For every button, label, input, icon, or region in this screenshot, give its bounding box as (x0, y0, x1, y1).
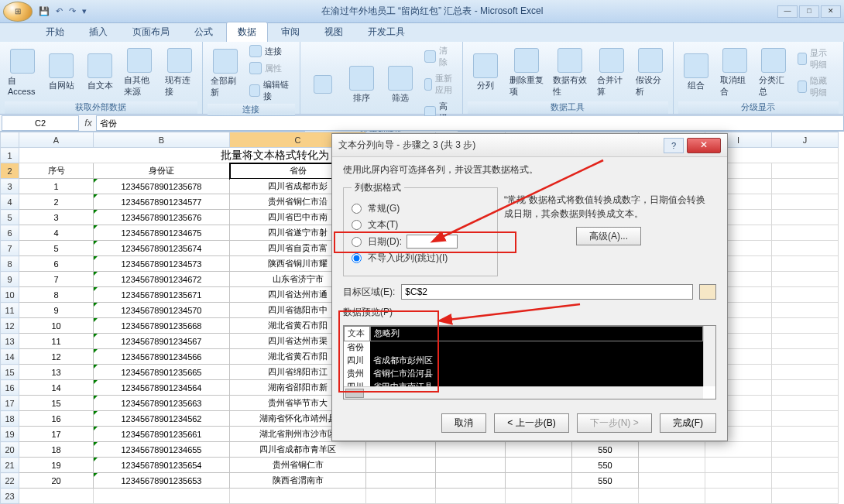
minimize-button[interactable]: — (777, 5, 798, 18)
row-header[interactable]: 13 (1, 334, 19, 349)
cell[interactable]: 12345678901234567 (94, 334, 230, 349)
cell[interactable]: 12 (19, 349, 94, 365)
save-icon[interactable]: 💾 (39, 6, 50, 16)
filter-button[interactable]: 筛选 (383, 64, 418, 105)
radio-skip[interactable]: 不导入此列(跳过)(I) (352, 252, 489, 265)
existing-conn-button[interactable]: 现有连接 (162, 46, 197, 99)
consolidate-button[interactable]: 合并计算 (594, 46, 630, 99)
cell[interactable]: 550 (572, 458, 639, 473)
cell[interactable]: 12345678901234564 (94, 380, 230, 396)
cell[interactable]: 陕西省渭南市 (230, 473, 366, 489)
whatif-button[interactable]: 假设分析 (633, 46, 668, 99)
tab-pagelayout[interactable]: 页面布局 (121, 22, 181, 42)
cell[interactable]: 8 (19, 287, 94, 303)
from-web-button[interactable]: 自网站 (43, 52, 79, 93)
cell[interactable]: 四川省成都市青羊区 (230, 442, 366, 458)
cell[interactable]: 5 (19, 241, 94, 256)
radio-date[interactable]: 日期(D): (352, 235, 489, 249)
tab-view[interactable]: 视图 (313, 22, 355, 42)
cell[interactable]: 13 (19, 365, 94, 380)
row-header[interactable]: 5 (1, 210, 19, 225)
radio-text[interactable]: 文本(T) (352, 218, 489, 231)
cell[interactable] (506, 442, 572, 458)
cell[interactable] (639, 489, 705, 504)
cell[interactable]: 12345678901234655 (94, 442, 230, 458)
undo-icon[interactable]: ↶ (56, 6, 63, 16)
cell[interactable]: 4 (19, 225, 94, 241)
row-header[interactable]: 17 (1, 396, 19, 411)
cell[interactable]: 12345678901235653 (94, 473, 230, 489)
row-header[interactable]: 4 (1, 194, 19, 210)
row-header[interactable]: 11 (1, 303, 19, 318)
cell[interactable] (366, 473, 436, 489)
cell[interactable] (19, 489, 94, 504)
cell[interactable]: 12345678901234675 (94, 225, 230, 241)
cell[interactable]: 10 (19, 318, 94, 334)
dest-input[interactable] (401, 284, 693, 300)
cell[interactable]: 12345678901234577 (94, 194, 230, 210)
cell[interactable]: 3 (19, 210, 94, 225)
cell[interactable]: 12345678901234566 (94, 349, 230, 365)
preview-scrollbar-v[interactable] (703, 326, 715, 386)
row-header[interactable]: 15 (1, 365, 19, 380)
cell[interactable]: 12345678901234570 (94, 303, 230, 318)
next-button[interactable]: 下一步(N) > (577, 413, 652, 433)
cell[interactable]: 18 (19, 442, 94, 458)
pv-hdr-col1[interactable]: 文本 (344, 326, 370, 341)
cell[interactable] (639, 442, 705, 458)
row-header[interactable]: 16 (1, 380, 19, 396)
row-header[interactable]: 12 (1, 318, 19, 334)
cell[interactable] (366, 442, 436, 458)
cell[interactable]: 12345678901235661 (94, 427, 230, 442)
row-header[interactable]: 19 (1, 427, 19, 442)
cancel-button[interactable]: 取消 (441, 413, 486, 433)
text-to-columns-button[interactable]: 分列 (468, 52, 503, 93)
cell[interactable] (436, 489, 506, 504)
cell[interactable]: 6 (19, 256, 94, 272)
tab-review[interactable]: 审阅 (269, 22, 311, 42)
col-header[interactable]: B (94, 132, 230, 148)
row-header[interactable]: 3 (1, 179, 19, 194)
cell[interactable] (772, 489, 839, 504)
cell[interactable]: 12345678901235663 (94, 396, 230, 411)
row-header[interactable]: 7 (1, 241, 19, 256)
cell[interactable]: 14 (19, 380, 94, 396)
radio-general[interactable]: 常规(G) (352, 202, 489, 215)
row-header[interactable]: 20 (1, 442, 19, 458)
subtotal-button[interactable]: 分类汇总 (756, 46, 791, 99)
cell[interactable] (436, 442, 506, 458)
cell[interactable]: 12345678901235674 (94, 241, 230, 256)
edit-links-button[interactable]: 编辑链接 (246, 77, 295, 104)
cell[interactable]: 12345678901235665 (94, 365, 230, 380)
row-header[interactable]: 14 (1, 349, 19, 365)
dialog-help-button[interactable]: ? (664, 138, 684, 153)
data-preview[interactable]: 文本 忽略列 省份四川省成都市彭州区贵州省铜仁市沿河县四川省巴中市南江县 (343, 325, 716, 399)
col-header[interactable]: A (19, 132, 94, 148)
cell[interactable]: 12345678901234573 (94, 256, 230, 272)
cell[interactable]: 17 (19, 427, 94, 442)
from-other-button[interactable]: 自其他来源 (121, 46, 159, 99)
cell[interactable] (506, 473, 572, 489)
cell[interactable]: 1 (19, 179, 94, 194)
tab-data[interactable]: 数据 (226, 22, 268, 42)
row-header[interactable]: 2 (1, 163, 19, 179)
cell[interactable]: 12345678901235671 (94, 287, 230, 303)
row-header[interactable]: 1 (1, 148, 19, 163)
row-header[interactable]: 6 (1, 225, 19, 241)
cell[interactable] (436, 458, 506, 473)
cell[interactable]: 7 (19, 272, 94, 287)
row-header[interactable]: 18 (1, 411, 19, 427)
cell[interactable]: 9 (19, 303, 94, 318)
connections-button[interactable]: 连接 (246, 43, 295, 59)
cell[interactable] (639, 473, 705, 489)
sort-asc-button[interactable] (305, 74, 341, 95)
cell[interactable] (230, 489, 366, 504)
cell[interactable] (366, 458, 436, 473)
cell[interactable]: 11 (19, 334, 94, 349)
cell[interactable]: 19 (19, 458, 94, 473)
group-button[interactable]: 组合 (678, 52, 714, 93)
cell[interactable]: 550 (572, 473, 639, 489)
finish-button[interactable]: 完成(F) (660, 413, 716, 433)
cell[interactable]: 16 (19, 411, 94, 427)
col-header[interactable]: J (772, 132, 839, 148)
